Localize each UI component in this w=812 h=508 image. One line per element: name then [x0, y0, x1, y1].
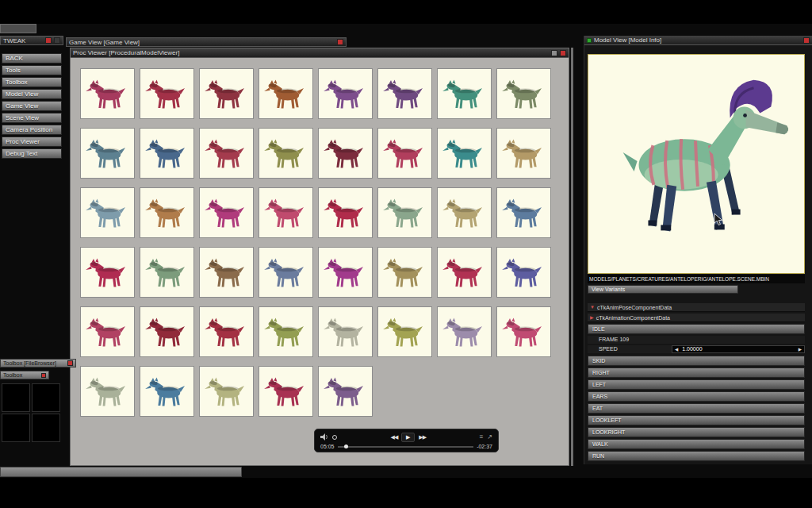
creature-cell[interactable] [140, 366, 194, 417]
creature-cell[interactable] [377, 187, 432, 238]
toolbox-inner-titlebar[interactable]: Toolbox [0, 371, 49, 379]
creature-cell[interactable] [437, 306, 492, 357]
component-row[interactable]: ▶cTkAnimationComponentData [588, 314, 805, 322]
model-viewport[interactable] [588, 54, 805, 274]
creature-cell[interactable] [318, 128, 373, 179]
creature-cell[interactable] [259, 306, 313, 357]
creature-cell[interactable] [199, 187, 254, 238]
creature-cell[interactable] [199, 68, 254, 119]
file-thumbnail[interactable] [32, 414, 60, 442]
creature-cell[interactable] [377, 128, 432, 179]
animation-row-run[interactable]: RUN [588, 451, 805, 461]
game-view-titlebar[interactable]: Game View [Game View] [66, 37, 347, 47]
animation-row-lookright[interactable]: LOOKRIGHT [588, 427, 805, 437]
animation-row-eat[interactable]: EAT [588, 403, 805, 414]
creature-cell[interactable] [318, 187, 373, 238]
animation-row-left[interactable]: LEFT [588, 379, 805, 390]
close-icon[interactable] [560, 50, 566, 56]
game-view-window-edge[interactable] [571, 48, 573, 466]
creature-cell[interactable] [140, 68, 194, 119]
rewind-icon[interactable]: ◀◀ [391, 433, 398, 441]
creature-cell[interactable] [259, 247, 313, 298]
sidebar-item-toolbox[interactable]: Toolbox [2, 77, 62, 87]
progress-bar[interactable] [338, 446, 474, 448]
creature-cell[interactable] [437, 247, 492, 298]
close-icon[interactable] [41, 373, 46, 378]
animation-row-idle[interactable]: IDLE [588, 324, 805, 334]
creature-cell[interactable] [318, 68, 373, 119]
sidebar-item-scene-view[interactable]: Scene View [2, 113, 62, 123]
collapse-arrow-icon[interactable]: ▼ [590, 305, 595, 310]
speed-spinner[interactable]: ◀1.00000▶ [672, 345, 805, 353]
expand-arrow-icon[interactable]: ▶ [590, 315, 594, 320]
creature-cell[interactable] [496, 68, 551, 119]
volume-icon[interactable] [320, 433, 328, 441]
settings-icon[interactable]: ≡ [480, 433, 484, 441]
file-thumbnail[interactable] [2, 414, 30, 442]
record-icon[interactable] [332, 435, 337, 440]
creature-cell[interactable] [377, 306, 432, 357]
animation-row-lookleft[interactable]: LOOKLEFT [588, 415, 805, 425]
sidebar-item-camera-position[interactable]: Camera Position [2, 125, 62, 135]
spinner-right-arrow-icon[interactable]: ▶ [796, 346, 804, 352]
creature-cell[interactable] [259, 68, 313, 119]
creature-cell[interactable] [318, 366, 373, 417]
proc-viewer-titlebar[interactable]: Proc Viewer [ProceduralModelViewer] [71, 48, 569, 58]
creature-cell[interactable] [259, 128, 313, 179]
creature-cell[interactable] [496, 247, 551, 298]
progress-marker[interactable] [344, 444, 348, 448]
creature-cell[interactable] [80, 306, 135, 357]
creature-cell[interactable] [80, 247, 135, 298]
model-view-titlebar[interactable]: Model View [Model Info] [584, 36, 812, 45]
sidebar-item-model-view[interactable]: Model View [2, 89, 62, 99]
creature-cell[interactable] [80, 128, 135, 179]
share-icon[interactable]: ↗ [487, 433, 492, 441]
creature-cell[interactable] [437, 187, 492, 238]
minimize-icon[interactable] [54, 37, 60, 44]
spinner-left-arrow-icon[interactable]: ◀ [672, 346, 680, 352]
creature-cell[interactable] [496, 306, 551, 357]
close-icon[interactable] [337, 39, 343, 45]
creature-cell[interactable] [80, 68, 135, 119]
sidebar-item-debug-text[interactable]: Debug Text [2, 148, 62, 159]
close-icon[interactable] [45, 37, 52, 44]
creature-cell[interactable] [318, 306, 373, 357]
creature-cell[interactable] [377, 247, 432, 298]
top-left-tab[interactable] [0, 24, 36, 33]
creature-cell[interactable] [140, 247, 194, 298]
minimize-icon[interactable] [551, 50, 557, 56]
play-icon[interactable]: ▶ [401, 433, 415, 442]
component-row[interactable]: ▼cTkAnimPoseComponentData [588, 303, 805, 312]
creature-cell[interactable] [140, 306, 194, 357]
creature-cell[interactable] [437, 128, 492, 179]
creature-cell[interactable] [140, 187, 194, 238]
creature-cell[interactable] [496, 187, 551, 238]
fast-forward-icon[interactable]: ▶▶ [419, 433, 426, 441]
creature-cell[interactable] [199, 247, 254, 298]
animation-row-skid[interactable]: SKID [588, 356, 805, 366]
creature-cell[interactable] [199, 128, 254, 179]
sidebar-item-tools[interactable]: Tools [2, 65, 62, 75]
creature-cell[interactable] [259, 366, 313, 417]
creature-cell[interactable] [199, 366, 254, 417]
file-thumbnail[interactable] [2, 383, 30, 412]
animation-row-ears[interactable]: EARS [588, 391, 805, 402]
creature-cell[interactable] [496, 128, 551, 179]
creature-cell[interactable] [199, 306, 254, 357]
file-thumbnail[interactable] [32, 383, 60, 412]
close-icon[interactable] [803, 37, 810, 44]
collapsed-window-strip[interactable] [0, 467, 242, 477]
creature-cell[interactable] [80, 366, 135, 417]
toolbox-titlebar[interactable]: Toolbox [FileBrowser] [0, 359, 76, 368]
tweak-titlebar[interactable]: TWEAK [0, 36, 63, 45]
view-variants-button[interactable]: View Variants [588, 285, 738, 294]
creature-cell[interactable] [318, 247, 373, 298]
animation-row-right[interactable]: RIGHT [588, 368, 805, 378]
creature-cell[interactable] [377, 68, 432, 119]
creature-cell[interactable] [140, 128, 194, 179]
creature-cell[interactable] [80, 187, 135, 238]
close-icon[interactable] [67, 360, 73, 366]
creature-cell[interactable] [259, 187, 313, 238]
animation-row-walk[interactable]: WALK [588, 439, 805, 449]
creature-cell[interactable] [437, 68, 492, 119]
